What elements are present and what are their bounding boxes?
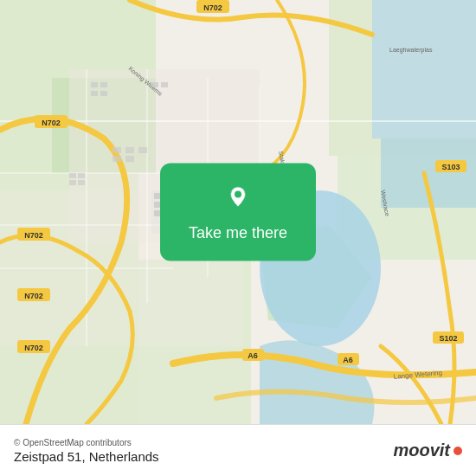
svg-point-75 (235, 191, 241, 198)
bottom-bar: © OpenStreetMap contributors Zeistpad 51… (0, 424, 476, 476)
svg-rect-44 (91, 82, 98, 87)
svg-rect-52 (138, 147, 147, 153)
moovit-logo: moovit (393, 441, 462, 460)
svg-rect-56 (78, 173, 85, 178)
svg-text:N702: N702 (42, 119, 61, 127)
svg-rect-51 (125, 147, 134, 153)
svg-rect-46 (91, 91, 98, 96)
svg-text:N702: N702 (24, 344, 43, 352)
moovit-dot (453, 447, 462, 455)
svg-rect-54 (125, 156, 134, 162)
location-pin-icon (222, 183, 254, 215)
svg-text:N702: N702 (203, 3, 222, 12)
location-label: Zeistpad 51, Netherlands (14, 449, 159, 464)
cta-button-label: Take me there (189, 224, 287, 242)
svg-rect-53 (113, 156, 121, 162)
location-info: © OpenStreetMap contributors Zeistpad 51… (14, 438, 159, 464)
map-container: N702 N702 N702 N702 N702 A6 A6 S103 S102… (0, 0, 476, 424)
svg-rect-55 (69, 173, 76, 178)
svg-text:N702: N702 (24, 292, 43, 300)
svg-rect-58 (78, 180, 85, 185)
svg-text:N702: N702 (24, 231, 43, 240)
moovit-wordmark: moovit (393, 441, 450, 460)
osm-credit: © OpenStreetMap contributors (14, 438, 159, 447)
svg-text:S102: S102 (439, 334, 457, 343)
svg-rect-50 (113, 147, 121, 153)
moovit-text: moovit (393, 441, 450, 460)
svg-text:A6: A6 (248, 351, 258, 360)
svg-rect-47 (100, 91, 107, 96)
svg-rect-9 (372, 0, 476, 138)
svg-rect-49 (161, 82, 168, 87)
svg-text:A6: A6 (343, 356, 353, 364)
svg-rect-57 (69, 180, 76, 185)
svg-rect-45 (100, 82, 107, 87)
svg-text:Laeghwaterplas: Laeghwaterplas (389, 47, 433, 54)
svg-rect-48 (151, 82, 158, 87)
take-me-there-button[interactable]: Take me there (160, 164, 316, 261)
svg-text:S103: S103 (441, 163, 460, 171)
